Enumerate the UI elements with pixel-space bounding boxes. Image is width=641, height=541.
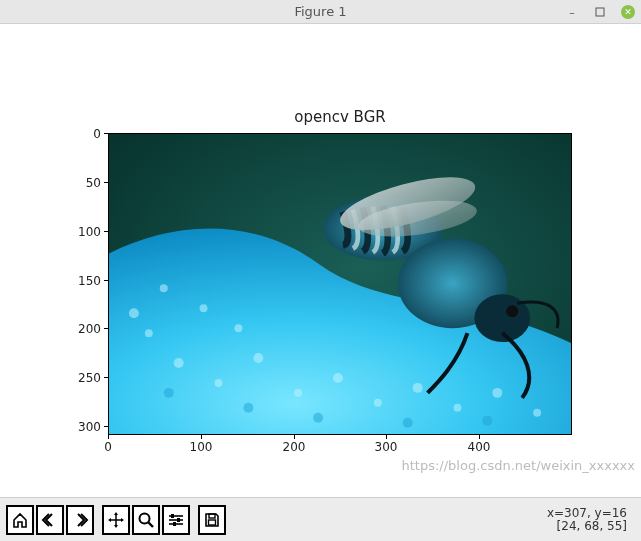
- zoom-button[interactable]: [132, 505, 160, 535]
- svg-point-20: [403, 418, 413, 428]
- window-controls: – ✕: [565, 0, 635, 24]
- svg-point-10: [453, 404, 461, 412]
- ytick-label: 0: [61, 127, 101, 141]
- svg-point-14: [160, 284, 168, 292]
- ytick-label: 300: [61, 420, 101, 434]
- coord-pixel: [24, 68, 55]: [547, 520, 627, 533]
- svg-rect-38: [209, 514, 215, 518]
- pan-icon: [107, 511, 125, 529]
- pan-button[interactable]: [102, 505, 130, 535]
- svg-line-31: [149, 522, 154, 527]
- plot-title: opencv BGR: [108, 108, 572, 126]
- svg-point-12: [533, 409, 541, 417]
- xtick-label: 0: [88, 440, 128, 454]
- ytick-label: 50: [61, 176, 101, 190]
- svg-point-13: [200, 304, 208, 312]
- svg-point-21: [482, 416, 492, 426]
- back-button[interactable]: [36, 505, 64, 535]
- home-icon: [11, 511, 29, 529]
- coordinate-readout: x=307, y=16 [24, 68, 55]: [547, 507, 635, 532]
- matplotlib-toolbar: x=307, y=16 [24, 68, 55]: [0, 497, 641, 541]
- svg-rect-0: [596, 8, 604, 16]
- figure-canvas[interactable]: opencv BGR 0 50 100 150 200 250 300 0 10…: [0, 24, 641, 497]
- subplots-icon: [167, 511, 185, 529]
- watermark-text: https://blog.csdn.net/weixin_xxxxxx: [401, 458, 635, 473]
- window-titlebar: Figure 1 – ✕: [0, 0, 641, 24]
- svg-point-19: [313, 413, 323, 423]
- coord-xy: x=307, y=16: [547, 507, 627, 520]
- ytick-label: 100: [61, 225, 101, 239]
- configure-subplots-button[interactable]: [162, 505, 190, 535]
- svg-point-3: [174, 358, 184, 368]
- xtick-label: 100: [181, 440, 221, 454]
- maximize-button[interactable]: [593, 5, 607, 19]
- ytick-label: 150: [61, 274, 101, 288]
- svg-point-4: [215, 379, 223, 387]
- svg-rect-37: [173, 522, 176, 526]
- svg-point-15: [129, 308, 139, 318]
- close-button[interactable]: ✕: [621, 5, 635, 19]
- svg-point-5: [253, 353, 263, 363]
- svg-point-7: [333, 373, 343, 383]
- window-title: Figure 1: [0, 4, 641, 19]
- svg-point-17: [164, 388, 174, 398]
- svg-rect-39: [209, 520, 216, 525]
- displayed-image: [109, 134, 571, 435]
- svg-point-2: [145, 329, 153, 337]
- svg-point-6: [294, 389, 302, 397]
- xtick-label: 300: [366, 440, 406, 454]
- svg-point-16: [234, 324, 242, 332]
- svg-point-18: [243, 403, 253, 413]
- ytick-label: 200: [61, 322, 101, 336]
- xtick-label: 200: [274, 440, 314, 454]
- back-icon: [41, 511, 59, 529]
- svg-rect-35: [177, 518, 180, 522]
- xtick-label: 400: [459, 440, 499, 454]
- svg-point-11: [492, 388, 502, 398]
- plot-axes[interactable]: [108, 133, 572, 435]
- svg-rect-33: [171, 514, 174, 518]
- forward-button[interactable]: [66, 505, 94, 535]
- minimize-button[interactable]: –: [565, 5, 579, 19]
- svg-point-30: [140, 513, 150, 523]
- ytick-label: 250: [61, 371, 101, 385]
- zoom-icon: [137, 511, 155, 529]
- save-icon: [203, 511, 221, 529]
- forward-icon: [71, 511, 89, 529]
- svg-point-9: [413, 383, 423, 393]
- svg-point-8: [374, 399, 382, 407]
- svg-point-25: [506, 305, 518, 317]
- home-button[interactable]: [6, 505, 34, 535]
- save-button[interactable]: [198, 505, 226, 535]
